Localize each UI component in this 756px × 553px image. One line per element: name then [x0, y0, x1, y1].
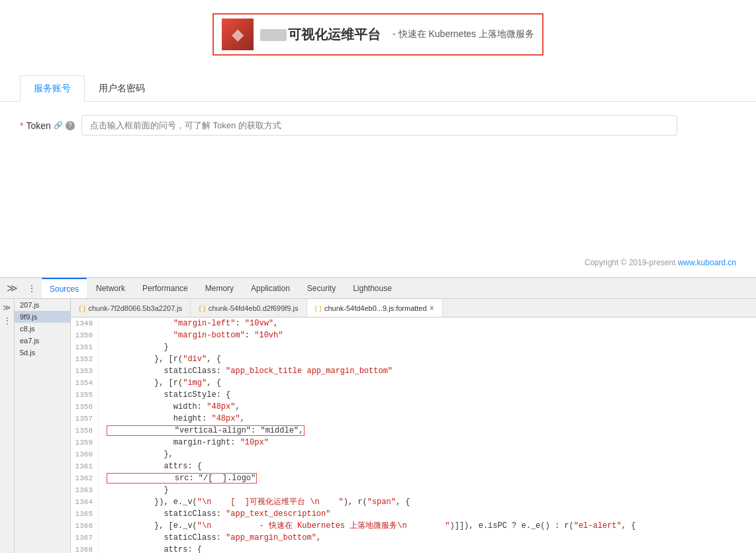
- tab-username-password[interactable]: 用户名密码: [85, 75, 159, 102]
- sources-strip: { } chunk-7f2d8066.5b3a2207.js { } chunk…: [71, 299, 756, 553]
- devtools-content: ≫ ⋮ 207.js 9f9.js c8.js ea7.js 5d.js { }…: [0, 299, 756, 553]
- app-header: 可视化运维平台 - 快速在 Kubernetes 上落地微服务: [0, 0, 756, 69]
- token-input[interactable]: [81, 115, 677, 136]
- source-file-tab-2[interactable]: { } chunk-54fd4eb0...9.js:formatted ×: [307, 299, 443, 317]
- code-line: 1355 staticStyle: {: [71, 389, 756, 401]
- line-content: src: "/[ ].logo": [99, 472, 257, 484]
- line-number: 1358: [71, 425, 99, 437]
- code-line: 1367 staticClass: "app_margin_bottom",: [71, 532, 756, 544]
- line-number: 1350: [71, 329, 99, 341]
- line-number: 1367: [71, 532, 99, 544]
- file-item-5d[interactable]: 5d.js: [15, 347, 70, 359]
- tab-service-account[interactable]: 服务账号: [20, 75, 85, 102]
- line-content: margin-right: "10px": [99, 437, 269, 448]
- line-number: 1355: [71, 389, 99, 401]
- line-number: 1360: [71, 448, 99, 460]
- line-number: 1352: [71, 353, 99, 365]
- token-link-icon[interactable]: 🔗: [54, 121, 63, 130]
- token-row: * Token 🔗 ?: [0, 102, 756, 149]
- line-content: }: [99, 484, 169, 496]
- line-content: }, [e._v("\n - 快速在 Kubernetes 上落地微服务\n "…: [99, 520, 636, 532]
- code-line: 1356 width: "48px",: [71, 401, 756, 413]
- code-line: 1358 "vertical-align": "middle",: [71, 425, 756, 437]
- devtools-more-icon[interactable]: ≫: [3, 282, 22, 294]
- source-file-tab-1-icon: { }: [199, 304, 205, 312]
- source-file-tab-0-name: chunk-7f2d8066.5b3a2207.js: [88, 304, 182, 312]
- copyright-link[interactable]: www.kuboard.cn: [678, 258, 736, 267]
- logo-image: [222, 19, 254, 50]
- file-item-c8[interactable]: c8.js: [15, 323, 70, 335]
- code-line: 1351 }: [71, 341, 756, 353]
- code-line: 1362 src: "/[ ].logo": [71, 472, 756, 484]
- token-label-text: Token: [26, 120, 50, 131]
- line-number: 1349: [71, 318, 99, 329]
- token-help-icon[interactable]: ?: [66, 121, 75, 130]
- line-content: staticClass: "app_margin_bottom",: [99, 532, 321, 544]
- line-number: 1357: [71, 413, 99, 425]
- devtools-tab-memory[interactable]: Memory: [197, 278, 242, 298]
- line-content: "vertical-align": "middle",: [99, 425, 305, 437]
- line-content: }: [99, 341, 169, 353]
- code-line: 1363 }: [71, 484, 756, 496]
- line-content: height: "48px",: [99, 413, 245, 425]
- logo-text: 可视化运维平台: [260, 26, 381, 44]
- line-number: 1361: [71, 460, 99, 472]
- line-content: }), e._v("\n [ ]可视化运维平台 \n "), r("span",…: [99, 496, 410, 508]
- file-item-9f9[interactable]: 9f9.js: [15, 311, 70, 323]
- web-page-area: 可视化运维平台 - 快速在 Kubernetes 上落地微服务 服务账号 用户名…: [0, 0, 756, 278]
- line-number: 1356: [71, 401, 99, 413]
- line-content: width: "48px",: [99, 401, 240, 413]
- devtools-tab-application[interactable]: Application: [243, 278, 298, 298]
- source-file-tab-0-icon: { }: [79, 304, 85, 312]
- line-content: attrs: {: [99, 460, 202, 472]
- code-line: 1349 "margin-left": "10vw",: [71, 318, 756, 329]
- code-line: 1360 },: [71, 448, 756, 460]
- copyright-text: Copyright © 2019-present: [585, 258, 676, 267]
- code-line: 1357 height: "48px",: [71, 413, 756, 425]
- sources-menu-icon[interactable]: ⋮: [1, 315, 13, 327]
- source-file-tab-2-icon: { }: [315, 304, 322, 312]
- token-label: * Token 🔗 ?: [20, 120, 75, 131]
- line-number: 1366: [71, 520, 99, 532]
- code-line: 1352 }, [r("div", {: [71, 353, 756, 365]
- line-number: 1364: [71, 496, 99, 508]
- line-number: 1359: [71, 437, 99, 448]
- source-file-tab-1[interactable]: { } chunk-54fd4eb0.d2f699f9.js: [191, 299, 307, 317]
- source-file-tab-2-close[interactable]: ×: [430, 304, 434, 312]
- line-number: 1354: [71, 377, 99, 389]
- source-file-tab-1-name: chunk-54fd4eb0.d2f699f9.js: [209, 304, 299, 312]
- devtools-tabs-bar: ≫ ⋮ Sources Network Performance Memory A…: [0, 278, 756, 299]
- required-marker: *: [20, 120, 23, 131]
- file-item-ea7[interactable]: ea7.js: [15, 335, 70, 347]
- line-number: 1353: [71, 365, 99, 377]
- sources-nav-icon[interactable]: ≫: [1, 302, 13, 314]
- line-number: 1363: [71, 484, 99, 496]
- line-content: staticClass: "app_block_title app_margin…: [99, 365, 393, 377]
- code-line: 1365 staticClass: "app_text_description": [71, 508, 756, 520]
- sources-file-tabs: { } chunk-7f2d8066.5b3a2207.js { } chunk…: [71, 299, 756, 318]
- devtools-tab-security[interactable]: Security: [299, 278, 344, 298]
- devtools-tab-performance[interactable]: Performance: [134, 278, 196, 298]
- line-number: 1368: [71, 544, 99, 553]
- file-item-207[interactable]: 207.js: [15, 299, 70, 311]
- file-sidebar: 207.js 9f9.js c8.js ea7.js 5d.js: [15, 299, 71, 553]
- devtools-tab-sources[interactable]: Sources: [42, 278, 87, 298]
- devtools-menu-icon[interactable]: ⋮: [23, 283, 40, 294]
- code-line: 1353 staticClass: "app_block_title app_m…: [71, 365, 756, 377]
- logo-box: 可视化运维平台 - 快速在 Kubernetes 上落地微服务: [213, 13, 543, 56]
- line-content: }, [r("div", {: [99, 353, 221, 365]
- line-content: staticClass: "app_text_description": [99, 508, 330, 520]
- line-content: attrs: {: [99, 544, 202, 553]
- code-area[interactable]: 1349 "margin-left": "10vw",1350 "margin-…: [71, 318, 756, 553]
- line-content: },: [99, 448, 173, 460]
- logo-blurred: [260, 29, 287, 41]
- source-file-tab-0[interactable]: { } chunk-7f2d8066.5b3a2207.js: [71, 299, 191, 317]
- code-line: 1366 }, [e._v("\n - 快速在 Kubernetes 上落地微服…: [71, 520, 756, 532]
- line-content: "margin-bottom": "10vh": [99, 329, 283, 341]
- devtools-panel: ≫ ⋮ Sources Network Performance Memory A…: [0, 278, 756, 553]
- devtools-tab-network[interactable]: Network: [88, 278, 133, 298]
- source-file-tab-2-name: chunk-54fd4eb0...9.js:formatted: [324, 304, 427, 312]
- code-line: 1350 "margin-bottom": "10vh": [71, 329, 756, 341]
- devtools-tab-lighthouse[interactable]: Lighthouse: [345, 278, 400, 298]
- code-line: 1359 margin-right: "10px": [71, 437, 756, 448]
